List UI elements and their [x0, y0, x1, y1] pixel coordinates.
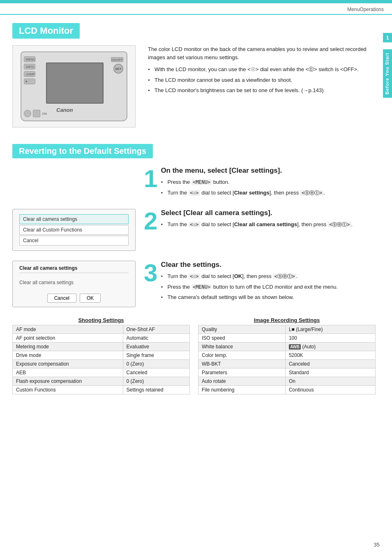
table-row: Auto rotateOn — [198, 377, 376, 386]
step-2-image: Clear all camera settings Clear all Cust… — [12, 209, 136, 251]
side-tab: Before You Start — [383, 49, 392, 98]
menu-item-cancel-1: Cancel — [19, 236, 129, 246]
table-row: AF point selectionAutomatic — [13, 334, 190, 343]
menu-item-clear-custom: Clear all Custom Functions — [19, 225, 129, 235]
step-1-bullets: Press the <MENU> button. Turn the <☉> di… — [161, 178, 325, 197]
step-2-title: Select [Clear all camera settings]. — [161, 209, 353, 217]
step-2-bullets: Turn the <☉> dial to select [Clear all c… — [161, 220, 353, 229]
step-3-number: 3 — [144, 261, 157, 285]
step-3-bullets: Turn the <☉> dial to select [OK], then p… — [161, 272, 338, 301]
table-row: AF modeOne-Shot AF — [13, 325, 190, 334]
menu-item-clear-all: Clear all camera settings — [19, 214, 129, 224]
table-row: Exposure compensation0 (Zero) — [13, 360, 190, 368]
table-row: White balanceAWB (Auto) — [198, 343, 376, 351]
lcd-description: The color LCD monitor on the back of the… — [148, 45, 376, 127]
image-table-title: Image Recording Settings — [198, 317, 376, 323]
top-bar — [0, 0, 392, 3]
lcd-bullet: The LCD monitor's brightness can be set … — [148, 86, 376, 95]
step-1-title: On the menu, select [Clear settings]. — [161, 167, 325, 175]
step-1: 1 On the menu, select [Clear settings]. … — [12, 167, 376, 199]
step-3-bullet-1: Turn the <☉> dial to select [OK], then p… — [161, 272, 338, 280]
reverting-section: Reverting to the Default Settings 1 On t… — [12, 144, 376, 394]
step-1-bullet-1: Press the <MENU> button. — [161, 178, 325, 186]
image-recording-table-wrapper: Image Recording Settings QualityL■ (Larg… — [198, 317, 376, 394]
table-row: Drive modeSingle frame — [13, 351, 190, 360]
step-2: Clear all camera settings Clear all Cust… — [12, 209, 376, 251]
shooting-table-title: Shooting Settings — [12, 317, 190, 323]
step-3-image: Clear all camera settings Clear all came… — [12, 261, 136, 307]
lcd-bullet: With the LCD monitor, you can use the <☉… — [148, 65, 376, 74]
lcd-intro: The color LCD monitor on the back of the… — [148, 45, 376, 61]
menu-operations-label: MenuOperations — [347, 7, 384, 12]
step-2-number: 2 — [144, 209, 157, 234]
lcd-bullet: The LCD monitor cannot be used as a view… — [148, 76, 376, 84]
table-row: File numberingContinuous — [198, 386, 376, 394]
confirm-box-desc: Clear all camera settings — [19, 276, 129, 289]
step-3-title: Clear the settings. — [161, 261, 338, 269]
lcd-bullets: With the LCD monitor, you can use the <☉… — [148, 65, 376, 95]
camera-illustration: MENU INFO. JUMP ✦ Canon ON•OFF SET — [12, 45, 136, 127]
step-3: Clear all camera settings Clear all came… — [12, 261, 376, 307]
table-row: QualityL■ (Large/Fine) — [198, 325, 376, 334]
confirm-box-title: Clear all camera settings — [19, 265, 129, 273]
table-row: Color temp.5200K — [198, 351, 376, 360]
step-1-number: 1 — [144, 167, 157, 191]
table-row: ParametersStandard — [198, 368, 376, 377]
table-row: ISO speed100 — [198, 334, 376, 343]
shooting-settings-table-wrapper: Shooting Settings AF modeOne-Shot AFAF p… — [12, 317, 190, 394]
cancel-button[interactable]: Cancel — [47, 294, 76, 303]
image-recording-table: QualityL■ (Large/Fine)ISO speed100White … — [198, 325, 376, 394]
page-header: MenuOperations — [0, 3, 392, 15]
table-row: WB-BKTCanceled — [198, 360, 376, 368]
table-row: Custom FunctionsSettings retained — [13, 386, 190, 394]
step-3-bullet-2: Press the <MENU> button to turn off the … — [161, 283, 338, 291]
lcd-monitor-section: LCD Monitor MENU INFO. JUMP ✦ Canon — [12, 23, 376, 127]
shooting-settings-table: AF modeOne-Shot AFAF point selectionAuto… — [12, 325, 190, 394]
table-row: Metering modeEvaluative — [13, 343, 190, 351]
step-2-bullet-1: Turn the <☉> dial to select [Clear all c… — [161, 220, 353, 229]
step-1-bullet-2: Turn the <☉> dial to select [Clear setti… — [161, 189, 325, 197]
step-3-bullet-3: The camera's default settings will be as… — [161, 293, 338, 301]
default-settings-tables: Shooting Settings AF modeOne-Shot AFAF p… — [12, 317, 376, 394]
reverting-title: Reverting to the Default Settings — [12, 144, 153, 158]
ok-button[interactable]: OK — [80, 294, 101, 303]
table-row: Flash exposure compensation0 (Zero) — [13, 377, 190, 386]
table-row: AEBCanceled — [13, 368, 190, 377]
side-number: 1 — [383, 33, 392, 42]
page-number: 35 — [374, 542, 380, 548]
confirm-buttons-row: Cancel OK — [19, 294, 129, 303]
lcd-section-title: LCD Monitor — [12, 23, 80, 39]
